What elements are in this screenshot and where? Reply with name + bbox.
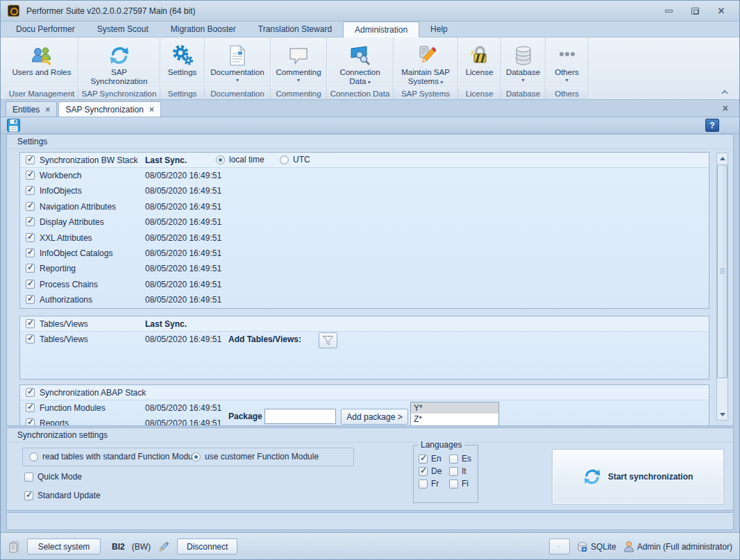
- user-icon: [623, 541, 634, 552]
- ribbon-license-button[interactable]: License License: [458, 37, 501, 99]
- ribbon-group-connection-data: Connection Data: [327, 87, 393, 99]
- menu-bar: Docu Performer System Scout Migration Bo…: [1, 22, 739, 37]
- bw-stack-checkbox[interactable]: [26, 155, 35, 164]
- ribbon-settings-button[interactable]: Settings Settings: [160, 37, 205, 99]
- quick-mode-label[interactable]: Quick Mode: [37, 472, 82, 482]
- lang-it-checkbox[interactable]: [449, 467, 458, 476]
- utc-label[interactable]: UTC: [293, 155, 310, 164]
- sync-date: 08/05/2020 16:49:51: [145, 418, 221, 426]
- utc-radio[interactable]: [280, 155, 289, 164]
- status-sync-button[interactable]: [549, 538, 570, 554]
- lang-de-checkbox[interactable]: [419, 467, 428, 476]
- license-icon: [458, 37, 501, 67]
- title-bar: Performer Suite v20.2.0.0.27597 Main (64…: [1, 1, 739, 22]
- settings-caption: Settings: [7, 135, 733, 149]
- authorizations-checkbox[interactable]: [26, 295, 35, 304]
- tables-views-header-checkbox[interactable]: [26, 319, 35, 328]
- reporting-checkbox[interactable]: [26, 264, 35, 273]
- customer-fm-label[interactable]: use customer Function Module: [205, 452, 319, 461]
- abap-stack-title[interactable]: Synchronization ABAP Stack: [40, 388, 146, 398]
- menu-translation-steward[interactable]: Translation Steward: [247, 22, 343, 37]
- tables-views-checkbox[interactable]: [26, 334, 35, 343]
- settings-scrollbar[interactable]: [716, 153, 728, 421]
- menu-administration[interactable]: Administration: [343, 22, 419, 37]
- help-button[interactable]: [705, 119, 719, 132]
- restore-button[interactable]: [687, 5, 703, 17]
- navigation-attributes-checkbox[interactable]: [26, 202, 35, 211]
- select-system-button[interactable]: Select system: [27, 538, 101, 554]
- bw-last-sync-header: Last Sync.: [145, 155, 187, 165]
- ribbon-database-button[interactable]: Database Database: [501, 37, 546, 99]
- standard-fm-label[interactable]: read tables with standard Function Modul…: [42, 452, 199, 461]
- scroll-thumb[interactable]: [717, 164, 728, 378]
- ribbon-sap-sync-button[interactable]: SAP Synchronization SAP Synchronization: [78, 37, 160, 99]
- package-list-item[interactable]: Y*: [411, 402, 498, 414]
- tab-sap-synchronization[interactable]: SAP Synchronization ×: [58, 101, 161, 117]
- settings-panel: Settings Synchronization BW Stack Last S…: [6, 134, 734, 426]
- function-modules-checkbox[interactable]: [26, 403, 35, 412]
- infoobjects-checkbox[interactable]: [26, 186, 35, 195]
- xxl-attributes-checkbox[interactable]: [26, 233, 35, 242]
- start-synchronization-button[interactable]: Start synchronization: [552, 449, 724, 504]
- bw-row: XXL Attributes08/05/2020 16:49:51: [20, 230, 709, 246]
- scroll-up-icon[interactable]: [717, 153, 728, 164]
- ribbon-maintain-sap-button[interactable]: Maintain SAP Systems SAP Systems: [394, 37, 458, 99]
- ribbon-commenting-button[interactable]: Commenting Commenting: [271, 37, 327, 99]
- package-input[interactable]: [264, 409, 336, 424]
- local-time-radio[interactable]: [216, 155, 225, 164]
- standard-fm-radio[interactable]: [29, 452, 38, 461]
- tables-views-row: Tables/Views 08/05/2020 16:49:51 Add Tab…: [20, 332, 709, 347]
- customer-fm-radio[interactable]: [192, 452, 201, 461]
- bw-stack-title[interactable]: Synchronization BW Stack: [40, 155, 137, 165]
- add-tables-views-label: Add Tables/Views:: [228, 334, 301, 344]
- ribbon-users-roles-button[interactable]: Users and Roles User Management: [6, 37, 78, 99]
- standard-update-label[interactable]: Standard Update: [37, 491, 101, 500]
- ribbon-documentation-button[interactable]: Documentation Documentation: [205, 37, 271, 99]
- menu-docu-performer[interactable]: Docu Performer: [5, 22, 86, 37]
- ribbon-group-commenting: Commenting: [271, 87, 326, 99]
- save-button[interactable]: [7, 119, 20, 132]
- reports-checkbox[interactable]: [26, 418, 35, 426]
- bw-row: Navigation Attributes08/05/2020 16:49:51: [20, 199, 709, 214]
- standard-update-checkbox[interactable]: [24, 491, 33, 500]
- tabstrip-close-icon[interactable]: ×: [723, 103, 728, 114]
- infoobject-catalogs-checkbox[interactable]: [26, 248, 35, 257]
- lang-en-checkbox[interactable]: [419, 455, 428, 464]
- abap-stack-checkbox[interactable]: [26, 388, 35, 397]
- others-icon: [546, 37, 588, 67]
- package-list-item[interactable]: Z*: [411, 414, 498, 425]
- ribbon-connection-data-button[interactable]: Connection Data Connection Data: [327, 37, 394, 99]
- lang-fi-checkbox[interactable]: [449, 480, 458, 489]
- quick-mode-checkbox[interactable]: [24, 473, 33, 482]
- tab-entities[interactable]: Entities ×: [6, 101, 57, 117]
- local-time-label[interactable]: local time: [229, 155, 264, 164]
- package-label: Package: [228, 411, 262, 421]
- ribbon-others-button[interactable]: Others Others: [546, 37, 589, 99]
- menu-system-scout[interactable]: System Scout: [86, 22, 160, 37]
- menu-help[interactable]: Help: [419, 22, 459, 37]
- minimize-button[interactable]: [660, 5, 677, 17]
- lang-es-checkbox[interactable]: [449, 455, 458, 464]
- tab-entities-close-icon[interactable]: ×: [45, 106, 50, 113]
- lang-fr-checkbox[interactable]: [419, 480, 428, 489]
- disconnect-button[interactable]: Disconnect: [177, 538, 237, 554]
- scroll-down-icon[interactable]: [717, 409, 728, 420]
- close-button[interactable]: [713, 5, 730, 17]
- add-tables-views-button[interactable]: [319, 332, 337, 348]
- settings-gears-icon: [160, 37, 204, 67]
- process-chains-checkbox[interactable]: [26, 280, 35, 289]
- database-type-label: SQLite: [591, 542, 616, 552]
- sync-settings-caption: Synchronization settings: [7, 428, 733, 443]
- tables-views-title[interactable]: Tables/Views: [40, 319, 88, 329]
- tab-sap-sync-close-icon[interactable]: ×: [149, 106, 154, 113]
- display-attributes-checkbox[interactable]: [26, 217, 35, 226]
- commenting-icon: [271, 37, 326, 67]
- ribbon-collapse-icon[interactable]: [717, 87, 732, 97]
- menu-migration-booster[interactable]: Migration Booster: [160, 22, 247, 37]
- sync-icon: [583, 468, 601, 486]
- add-package-button[interactable]: Add package >: [341, 409, 408, 425]
- sync-date: 08/05/2020 16:49:51: [145, 186, 221, 196]
- system-type: (BW): [132, 542, 151, 552]
- languages-caption: Languages: [418, 440, 464, 450]
- workbench-checkbox[interactable]: [26, 171, 35, 180]
